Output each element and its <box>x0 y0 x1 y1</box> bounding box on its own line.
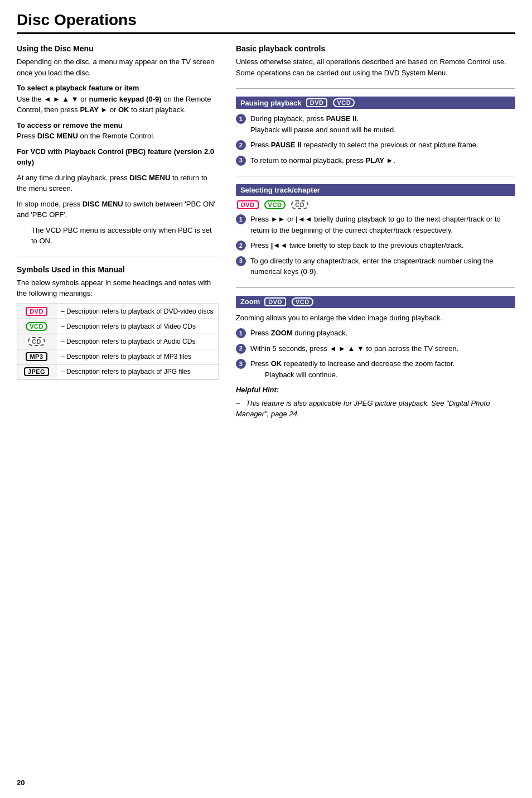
symbol-row: CD– Description refers to playback of Au… <box>17 334 219 349</box>
symbols-section: Symbols Used in this Manual The below sy… <box>17 265 219 379</box>
pausing-bar: Pausing playback DVD VCD <box>236 97 515 109</box>
zoom-text-2: Within 5 seconds, press ◄ ► ▲ ▼ to pan a… <box>250 343 459 354</box>
zoom-label: Zoom <box>240 297 260 306</box>
section-divider-4 <box>236 287 515 288</box>
symbol-badge-cell: MP3 <box>17 349 56 364</box>
symbol-row: VCD– Description refers to playback of V… <box>17 319 219 334</box>
selecting-item-1: 1 Press ►► or |◄◄ briefly during playbac… <box>236 214 515 235</box>
selecting-item-2: 2 Press |◄◄ twice briefly to step back t… <box>236 240 515 251</box>
symbol-description: – Description refers to playback of DVD-… <box>56 304 219 319</box>
section-divider-1 <box>17 257 219 257</box>
symbol-description: – Description refers to playback of Audi… <box>56 334 219 349</box>
select-text: Use the ◄ ► ▲ ▼ or numeric keypad (0-9) … <box>17 95 211 114</box>
selecting-num-3: 3 <box>236 256 246 266</box>
symbols-title: Symbols Used in this Manual <box>17 265 219 274</box>
selecting-cd-badge: CD <box>291 200 308 209</box>
symbol-badge-cell: VCD <box>17 319 56 334</box>
symbol-badge-cell: CD <box>17 334 56 349</box>
zoom-list: 1 Press ZOOM during playback. 2 Within 5… <box>236 328 515 380</box>
section-divider-3 <box>236 176 515 176</box>
symbol-badge-cell: JPEG <box>17 364 56 379</box>
vcd-subtitle: For VCD with Playback Control (PBC) feat… <box>17 146 219 168</box>
zoom-vcd-badge: VCD <box>292 297 313 306</box>
zoom-item-3: 3 Press OK repeatedly to increase and de… <box>236 358 515 380</box>
access-text: Press DISC MENU on the Remote Control. <box>17 132 155 140</box>
symbol-badge-cell: DVD <box>17 304 56 319</box>
selecting-dvd-badge: DVD <box>237 200 259 209</box>
zoom-item-2: 2 Within 5 seconds, press ◄ ► ▲ ▼ to pan… <box>236 343 515 354</box>
symbol-badge-dvd: DVD <box>26 307 47 316</box>
symbol-row: DVD– Description refers to playback of D… <box>17 304 219 319</box>
selecting-text-3: To go directly to any chapter/track, ent… <box>250 256 515 277</box>
symbol-description: – Description refers to playback of MP3 … <box>56 349 219 364</box>
pausing-dvd-badge: DVD <box>306 98 328 107</box>
symbol-description: – Description refers to playback of Vide… <box>56 319 219 334</box>
select-subtitle: To select a playback feature or item <box>17 84 139 92</box>
vcd-text3: The VCD PBC menu is accessible only when… <box>31 225 219 247</box>
pausing-item-1: 1 During playback, press PAUSE II.Playba… <box>236 113 515 135</box>
selecting-label: Selecting track/chapter <box>240 186 320 194</box>
symbol-badge-cd: CD <box>28 337 45 346</box>
selecting-badges: DVD VCD CD <box>236 200 515 209</box>
basic-playback-title: Basic playback controls <box>236 44 515 53</box>
zoom-section: Zoom DVD VCD Zooming allows you to enlar… <box>236 296 515 420</box>
selecting-list: 1 Press ►► or |◄◄ briefly during playbac… <box>236 214 515 277</box>
symbol-badge-vcd: VCD <box>26 322 47 331</box>
pausing-vcd-badge: VCD <box>333 98 355 107</box>
zoom-hint-block: Helpful Hint: – This feature is also app… <box>236 384 515 420</box>
selecting-text-1: Press ►► or |◄◄ briefly during playback … <box>250 214 515 235</box>
zoom-dvd-badge: DVD <box>264 297 286 306</box>
page-number: 20 <box>17 778 25 787</box>
pausing-num-1: 1 <box>236 114 246 124</box>
zoom-num-3: 3 <box>236 359 246 369</box>
zoom-intro: Zooming allows you to enlarge the video … <box>236 313 515 324</box>
section-divider-2 <box>236 88 515 89</box>
zoom-item-1: 1 Press ZOOM during playback. <box>236 328 515 339</box>
pausing-num-2: 2 <box>236 140 246 150</box>
zoom-num-1: 1 <box>236 328 246 338</box>
vcd-text1: At any time during playback, press DISC … <box>17 172 219 194</box>
selecting-text-2: Press |◄◄ twice briefly to step back to … <box>250 240 464 251</box>
disc-menu-title: Using the Disc Menu <box>17 44 219 53</box>
disc-menu-section: Using the Disc Menu Depending on the dis… <box>17 44 219 247</box>
pausing-text-3: To return to normal playback, press PLAY… <box>250 155 395 166</box>
pausing-text-2: Press PAUSE II repeatedly to select the … <box>250 140 478 151</box>
access-subtitle: To access or remove the menu <box>17 121 123 129</box>
vcd-text2: In stop mode, press DISC MENU to switch … <box>17 199 219 220</box>
left-column: Using the Disc Menu Depending on the dis… <box>17 44 219 430</box>
selecting-item-3: 3 To go directly to any chapter/track, e… <box>236 256 515 277</box>
zoom-hint-label: Helpful Hint: <box>236 384 515 396</box>
selecting-section: Selecting track/chapter DVD VCD CD 1 Pre… <box>236 184 515 277</box>
disc-menu-intro: Depending on the disc, a menu may appear… <box>17 56 219 78</box>
symbol-row: JPEG– Description refers to playback of … <box>17 364 219 379</box>
pausing-section: Pausing playback DVD VCD 1 During playba… <box>236 97 515 166</box>
symbol-row: MP3– Description refers to playback of M… <box>17 349 219 364</box>
zoom-hint-text: – This feature is also applicable for JP… <box>236 398 515 420</box>
symbol-description: – Description refers to playback of JPG … <box>56 364 219 379</box>
zoom-num-2: 2 <box>236 344 246 354</box>
pausing-text-1: During playback, press PAUSE II.Playback… <box>250 113 396 135</box>
zoom-sub-3: Playback will continue. <box>265 371 338 379</box>
selecting-num-2: 2 <box>236 241 246 251</box>
selecting-num-1: 1 <box>236 214 246 224</box>
selecting-vcd-badge: VCD <box>264 200 286 209</box>
basic-playback-section: Basic playback controls Unless otherwise… <box>236 44 515 78</box>
symbol-badge-mp3: MP3 <box>26 352 47 361</box>
zoom-bar: Zoom DVD VCD <box>236 296 515 308</box>
selecting-bar: Selecting track/chapter <box>236 184 515 196</box>
symbol-badge-jpeg: JPEG <box>24 367 49 376</box>
page-title: Disc Operations <box>17 11 515 34</box>
pausing-label: Pausing playback <box>240 99 302 107</box>
symbols-intro: The below symbols appear in some heading… <box>17 277 219 299</box>
zoom-text-1: Press ZOOM during playback. <box>250 328 347 339</box>
pausing-list: 1 During playback, press PAUSE II.Playba… <box>236 113 515 166</box>
pausing-num-3: 3 <box>236 156 246 166</box>
basic-playback-text: Unless otherwise stated, all operations … <box>236 56 515 78</box>
right-column: Basic playback controls Unless otherwise… <box>236 44 515 430</box>
pausing-item-2: 2 Press PAUSE II repeatedly to select th… <box>236 140 515 151</box>
zoom-text-3: Press OK repeatedly to increase and decr… <box>250 358 454 380</box>
symbols-table: DVD– Description refers to playback of D… <box>17 304 219 379</box>
pausing-item-3: 3 To return to normal playback, press PL… <box>236 155 515 166</box>
